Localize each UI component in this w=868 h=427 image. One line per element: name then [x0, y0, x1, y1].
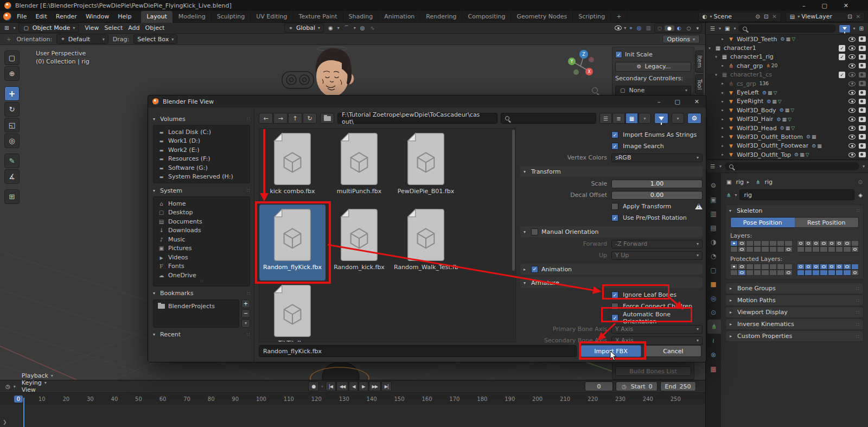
workspace-tab[interactable]: Animation [379, 11, 420, 23]
layer-cell[interactable] [754, 246, 761, 252]
viewport-menu[interactable]: Add [125, 24, 142, 31]
protected-layer-cell[interactable] [746, 270, 754, 276]
editor-type-icon[interactable]: ☰ [709, 163, 716, 169]
system-item[interactable]: Music [156, 235, 248, 244]
prev-keyframe-button[interactable]: ◀◀ [336, 381, 348, 391]
outliner-search-field[interactable] [738, 24, 835, 33]
protected-layer-cell[interactable] [820, 264, 827, 270]
show-overlays-icon[interactable]: ◎ [636, 25, 643, 31]
expand-icon[interactable]: ▸ [720, 108, 725, 112]
expand-channels-icon[interactable]: ❯ [3, 419, 7, 425]
playhead[interactable] [23, 398, 24, 427]
toggle-xray-icon[interactable]: ▥ [645, 25, 652, 31]
viewport-menu[interactable]: Object [143, 24, 168, 31]
scale-field[interactable]: 1.00 [611, 180, 703, 188]
exclude-checkbox[interactable]: ✓ [839, 54, 845, 60]
transform-orientation-selector[interactable]: ⌖ Global ▾ [284, 23, 324, 33]
hide-eye-icon[interactable] [848, 126, 856, 131]
animation-section-header[interactable]: ▸ ✓ Animation [520, 264, 703, 275]
import-fbx-button[interactable]: Import FBX [580, 345, 641, 357]
workspace-tab[interactable]: Scripting [573, 11, 611, 23]
protected-layer-cell[interactable] [730, 264, 738, 270]
cancel-button[interactable]: Cancel [645, 345, 701, 357]
up-button[interactable]: ↑ [288, 113, 302, 124]
play-reverse-button[interactable]: ◀ [349, 381, 358, 391]
disable-render-icon[interactable] [859, 125, 866, 131]
add-bookmark-button[interactable]: + [241, 299, 250, 308]
build-bones-list-button[interactable]: Build Bones List [615, 366, 691, 376]
blender-menu-icon[interactable] [3, 12, 11, 21]
force-connect-children-checkbox[interactable] [611, 303, 618, 310]
layer-cell[interactable] [805, 246, 812, 252]
expand-icon[interactable]: ▾ [707, 46, 712, 50]
hide-eye-icon[interactable] [848, 143, 856, 148]
layer-cell[interactable] [843, 240, 851, 246]
layer-cell[interactable] [761, 240, 769, 246]
primary-bone-axis-dropdown[interactable]: Y Axis ▾ [611, 325, 703, 334]
protected-layer-cell[interactable] [730, 270, 738, 276]
properties-tab[interactable]: ▣ [706, 193, 721, 207]
disable-render-icon[interactable] [859, 54, 866, 60]
apply-transform-checkbox[interactable] [611, 203, 618, 210]
armature-section-header[interactable]: ▾ Armature [520, 277, 703, 288]
unlink-icon[interactable]: ✕ [771, 14, 777, 20]
timeline-menu[interactable]: Playback ▾ [18, 372, 57, 379]
next-keyframe-button[interactable]: ▶▶ [369, 381, 381, 391]
disable-render-icon[interactable] [859, 99, 866, 104]
horizontal-list-view-button[interactable]: ≣ [612, 113, 625, 124]
hide-eye-icon[interactable] [848, 63, 856, 68]
navigation-gizmo[interactable]: Z Y X [563, 48, 598, 82]
protected-layer-cell[interactable] [843, 264, 851, 270]
npanel-tab[interactable]: Item [695, 50, 704, 73]
editor-type-icon[interactable]: ☰ [709, 26, 716, 31]
editor-type-icon[interactable]: ⊞ [3, 25, 10, 31]
outliner-row[interactable]: ▸ Wolf3D_Hair ⚙ ▦ ▽ [706, 115, 868, 124]
protected-layer-cell[interactable] [851, 270, 859, 276]
collapsed-panel-header[interactable]: ▸ Viewport Display ∷ [725, 307, 864, 318]
refresh-button[interactable]: ↻ [303, 113, 317, 124]
protected-layer-cell[interactable] [843, 270, 851, 276]
volume-item[interactable]: Resources (F:) [156, 155, 248, 164]
skeleton-panel-header[interactable]: ▾ Skeleton ∷ [726, 205, 863, 216]
system-item[interactable]: Videos [156, 253, 248, 262]
hide-eye-icon[interactable] [848, 90, 856, 95]
layer-cell[interactable] [769, 240, 777, 246]
protected-layer-cell[interactable] [805, 270, 812, 276]
move-tool[interactable]: + [4, 86, 20, 101]
expand-icon[interactable]: ▸ [720, 126, 725, 130]
display-mode-icon[interactable]: ▣ [724, 26, 731, 31]
protected-layer-cell[interactable] [835, 270, 843, 276]
collapsed-panel-header[interactable]: ▸ Inverse Kinematics ∷ [725, 318, 864, 330]
outliner-row[interactable]: ▾ character1_cs ✓ [706, 71, 868, 79]
filename-field[interactable]: Random_flyKick.fbx [259, 345, 577, 357]
pose-position-button[interactable]: Pose Position [731, 218, 795, 227]
jump-to-end-button[interactable]: ▶| [381, 381, 392, 391]
filter-settings-button[interactable]: ▾ [672, 113, 684, 124]
orientation-dropdown[interactable]: ⌖ Default ▾ [56, 34, 108, 44]
protected-layer-cell[interactable] [738, 270, 745, 276]
transform-section-header[interactable]: ▾ Transform [520, 166, 703, 177]
datablock-name-field[interactable]: rig [739, 189, 854, 200]
editor-type-icon[interactable]: ◷ [4, 384, 11, 390]
hide-eye-icon[interactable] [848, 37, 856, 42]
layer-cell[interactable] [851, 246, 859, 252]
layer-cell[interactable] [746, 240, 754, 246]
breadcrumb-object[interactable]: rig [736, 179, 744, 186]
properties-tab[interactable]: ■ [706, 277, 721, 291]
recent-section-header[interactable]: ▾ Recent ∷ [153, 330, 250, 340]
scene-selector[interactable]: ◐ ▾ Scene ⊙ ⊡ ✕ [698, 12, 781, 22]
layer-cell[interactable] [769, 246, 777, 252]
maximize-button[interactable]: ▢ [821, 2, 827, 9]
topbar-menu[interactable]: Edit [31, 13, 51, 20]
legacy-button[interactable]: ⚙ Legacy... [615, 62, 691, 72]
add-cube-tool[interactable]: ⊞ [4, 189, 20, 204]
workspace-tab[interactable]: Sculpting [212, 11, 251, 23]
copy-icon[interactable]: ⊡ [846, 14, 853, 20]
pin-icon[interactable]: ⊙ [857, 179, 864, 185]
workspace-tab[interactable]: Modeling [173, 11, 212, 23]
new-collection-button[interactable]: ⊞ [858, 26, 865, 31]
collapsed-panel-header[interactable]: ▸ Bone Groups ∷ [725, 283, 864, 294]
rotate-tool[interactable]: ↻ [4, 102, 20, 117]
layer-cell[interactable] [820, 246, 827, 252]
system-item[interactable]: Documents [156, 217, 248, 226]
